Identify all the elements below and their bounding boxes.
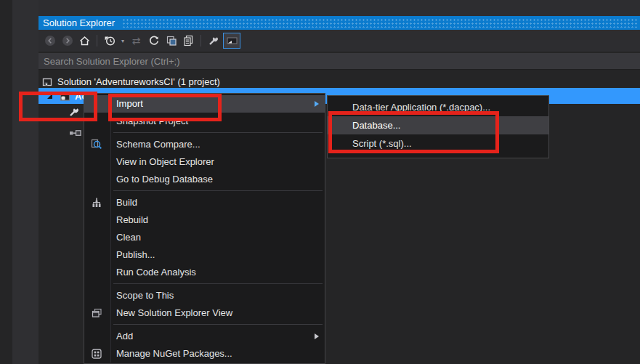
menu-separator	[113, 132, 323, 133]
titlebar-grip-pattern	[122, 18, 639, 28]
menu-item-publish[interactable]: Publish...	[84, 246, 325, 264]
pending-changes-dropdown-icon[interactable]: ▾	[119, 38, 126, 44]
solution-icon	[41, 76, 53, 87]
pending-changes-icon[interactable]	[102, 33, 117, 49]
home-icon[interactable]	[77, 33, 92, 49]
build-icon	[91, 197, 102, 209]
annotation-box-import-item	[108, 94, 222, 121]
toolbar-separator	[97, 35, 97, 46]
properties-wrench-icon[interactable]	[206, 33, 221, 49]
schema-compare-icon	[91, 139, 102, 150]
nuget-icon	[91, 348, 102, 360]
search-input[interactable]: Search Solution Explorer (Ctrl+;)	[39, 53, 640, 70]
new-solution-explorer-view-icon	[91, 307, 102, 319]
annotation-box-project-node	[19, 92, 97, 121]
submenu-arrow-icon	[315, 101, 319, 107]
submenu-arrow-icon	[315, 333, 319, 339]
menu-item-go-to-debug-database[interactable]: Go to Debug Database	[84, 171, 325, 188]
show-all-files-icon[interactable]	[181, 33, 196, 49]
menu-item-build[interactable]: Build	[84, 194, 325, 211]
window-background-gutter	[12, 0, 39, 364]
context-menu: Import Snapshot Project Schema Compare..…	[84, 93, 325, 364]
collapse-all-icon[interactable]	[163, 33, 179, 49]
menu-item-add[interactable]: Add	[84, 328, 325, 345]
menu-item-view-in-object-explorer[interactable]: View in Object Explorer	[84, 153, 325, 171]
panel-title: Solution Explorer	[43, 16, 115, 30]
menu-item-run-code-analysis[interactable]: Run Code Analysis	[84, 264, 325, 281]
sync-with-active-document-icon[interactable]: ⇄	[129, 33, 144, 49]
menu-item-clean[interactable]: Clean	[84, 229, 325, 246]
menu-item-manage-nuget-packages[interactable]: Manage NuGet Packages...	[84, 345, 325, 363]
annotation-box-database-script-items	[328, 111, 499, 153]
menu-separator	[113, 283, 323, 284]
forward-icon[interactable]	[60, 33, 75, 49]
solution-label: Solution 'AdventureworksCI' (1 project)	[57, 76, 220, 87]
menu-item-new-solution-explorer-view[interactable]: New Solution Explorer View	[84, 304, 325, 322]
solution-explorer-toolbar: ▾ ⇄	[39, 30, 640, 52]
tree-row-solution[interactable]: Solution 'AdventureworksCI' (1 project)	[39, 75, 640, 88]
search-placeholder: Search Solution Explorer (Ctrl+;)	[44, 56, 180, 67]
window-background-left	[0, 0, 12, 364]
menu-item-rebuild[interactable]: Rebuild	[84, 211, 325, 229]
menu-item-scope-to-this[interactable]: Scope to This	[84, 287, 325, 304]
menu-separator	[113, 190, 323, 191]
refresh-icon[interactable]	[146, 33, 161, 49]
back-icon[interactable]	[42, 33, 57, 49]
toolbar-separator	[200, 35, 201, 46]
preview-selected-items-icon[interactable]	[223, 33, 240, 49]
references-node-icon[interactable]	[68, 128, 81, 138]
menu-separator	[113, 324, 323, 325]
tool-window-titlebar[interactable]: Solution Explorer	[39, 16, 640, 30]
menu-item-schema-compare[interactable]: Schema Compare...	[84, 136, 325, 153]
